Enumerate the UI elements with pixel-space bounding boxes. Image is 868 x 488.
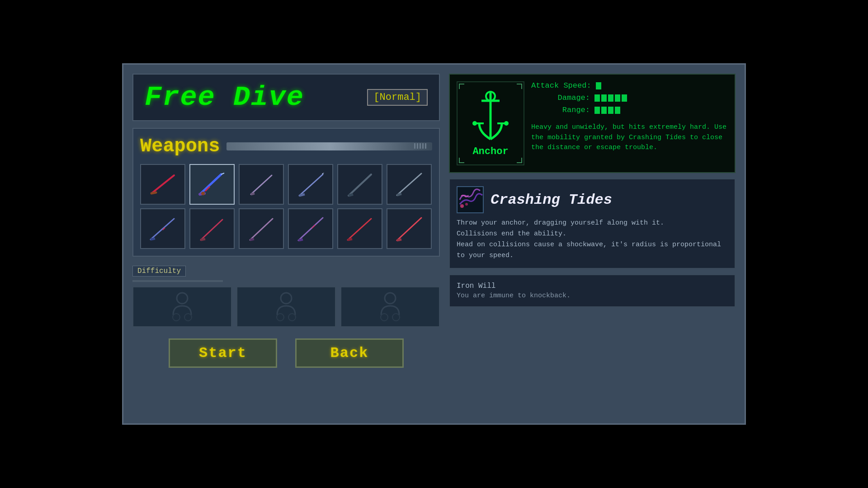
svg-line-16 <box>151 219 174 239</box>
svg-point-5 <box>201 192 205 195</box>
weapon-slot-3[interactable] <box>288 164 333 205</box>
corner-tr <box>517 84 522 89</box>
range-bars <box>594 107 620 114</box>
svg-line-27 <box>348 239 352 240</box>
damage-label: Damage: <box>531 94 590 102</box>
weapon-icon-4 <box>342 169 378 200</box>
start-button[interactable]: Start <box>169 338 277 368</box>
damage-bar-1 <box>594 94 600 102</box>
weapon-slot-9[interactable] <box>288 208 333 249</box>
player-slot-3 <box>340 286 440 327</box>
weapon-icon-5 <box>391 169 427 200</box>
weapon-description: Heavy and unwieldy, but hits extremely h… <box>531 122 728 153</box>
svg-line-10 <box>299 194 305 196</box>
passive-description: You are immune to knockback. <box>457 292 728 300</box>
weapon-slot-1[interactable] <box>189 164 235 205</box>
svg-line-1 <box>151 192 156 193</box>
player-icon-3 <box>374 290 406 324</box>
weapon-icon-1 <box>194 169 230 200</box>
weapon-slot-10[interactable] <box>337 208 382 249</box>
svg-line-21 <box>250 219 273 240</box>
difficulty-section: Difficulty <box>132 266 440 327</box>
svg-line-14 <box>397 174 421 195</box>
player-icon-2 <box>270 290 302 324</box>
svg-point-33 <box>281 293 292 304</box>
difficulty-label: Difficulty <box>132 266 186 277</box>
attack-speed-bars <box>596 82 601 89</box>
svg-line-20 <box>201 239 205 240</box>
svg-line-13 <box>349 194 353 196</box>
svg-line-0 <box>151 175 174 193</box>
weapon-icon-6 <box>145 213 181 244</box>
weapon-slot-0[interactable] <box>140 164 185 205</box>
weapon-icon-11 <box>391 213 427 244</box>
svg-point-47 <box>460 204 464 208</box>
svg-line-19 <box>201 220 222 240</box>
weapon-slot-5[interactable] <box>387 164 432 205</box>
ability-header: Crashing Tides <box>457 186 728 213</box>
svg-point-31 <box>173 314 180 321</box>
svg-point-48 <box>465 203 468 206</box>
range-row: Range: <box>531 106 728 114</box>
weapon-slot-7[interactable] <box>189 208 235 249</box>
weapon-grid-row2 <box>140 208 432 249</box>
weapon-icon-7 <box>194 213 230 244</box>
range-bar-3 <box>608 107 613 114</box>
weapon-slot-11[interactable] <box>387 208 432 249</box>
weapon-slot-8[interactable] <box>239 208 284 249</box>
weapon-name: Anchor <box>472 146 508 157</box>
player-slot-1 <box>132 286 232 327</box>
attack-speed-label: Attack Speed: <box>531 81 591 90</box>
weapon-stats: Attack Speed: Damage: <box>531 81 728 165</box>
svg-line-29 <box>397 239 401 240</box>
player-slot-2 <box>236 286 336 327</box>
weapon-slot-4[interactable] <box>337 164 382 205</box>
corner-tl <box>459 84 464 89</box>
svg-line-23 <box>298 218 323 240</box>
damage-bar-4 <box>615 94 620 102</box>
damage-bars <box>594 94 627 102</box>
left-panel: Free Dive [Normal] Weapons <box>132 74 440 414</box>
range-bar-4 <box>615 107 620 114</box>
svg-point-44 <box>472 121 477 126</box>
weapon-icon-2 <box>243 169 279 200</box>
svg-line-17 <box>151 239 155 239</box>
anchor-svg <box>468 89 513 144</box>
corner-bl <box>459 158 464 163</box>
difficulty-bar <box>132 280 223 282</box>
damage-row: Damage: <box>531 94 728 102</box>
svg-line-22 <box>250 239 254 240</box>
weapons-header: Weapons <box>140 136 432 157</box>
weapon-slot-6[interactable] <box>140 208 185 249</box>
weapon-slot-2[interactable] <box>239 164 284 205</box>
buttons-row: Start Back <box>132 338 440 368</box>
damage-bar-3 <box>608 94 613 102</box>
passive-name: Iron Will <box>457 282 728 290</box>
attack-speed-row: Attack Speed: <box>531 81 728 90</box>
title-box: Free Dive [Normal] <box>132 74 440 121</box>
svg-line-26 <box>348 219 371 240</box>
weapon-icon-10 <box>342 213 378 244</box>
back-button[interactable]: Back <box>295 338 404 368</box>
svg-point-36 <box>385 293 396 304</box>
svg-point-35 <box>288 314 296 321</box>
range-label: Range: <box>531 106 590 114</box>
range-bar-2 <box>601 107 607 114</box>
svg-point-32 <box>184 314 192 321</box>
weapon-detail-box: Anchor Attack Speed: Damage: <box>449 74 736 173</box>
ability-name: Crashing Tides <box>491 192 612 208</box>
weapon-icon-3 <box>292 169 329 200</box>
weapon-grid-row1 <box>140 164 432 205</box>
svg-line-12 <box>349 174 371 196</box>
corner-br <box>517 158 522 163</box>
passive-box: Iron Will You are immune to knockback. <box>449 274 736 307</box>
weapon-icon-8 <box>243 213 279 244</box>
svg-line-15 <box>397 194 401 195</box>
svg-line-28 <box>397 218 421 240</box>
svg-line-6 <box>221 173 224 174</box>
anchor-display: Anchor <box>457 81 524 165</box>
weapons-title: Weapons <box>140 136 220 157</box>
player-icon-1 <box>166 290 198 324</box>
svg-line-24 <box>298 239 303 240</box>
svg-point-34 <box>277 314 284 321</box>
